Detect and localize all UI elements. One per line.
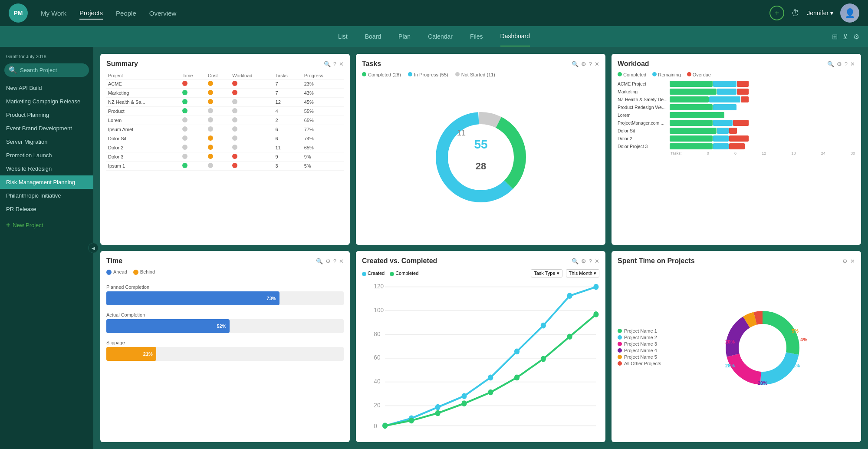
sidebar-item-pr-release[interactable]: PR Release <box>0 202 93 216</box>
close-icon[interactable]: ✕ <box>850 258 855 264</box>
workload-label: Dolor Sit <box>618 128 670 133</box>
collapse-sidebar-button[interactable]: ◀ <box>88 243 99 253</box>
search-icon[interactable]: 🔍 <box>827 61 834 67</box>
time-status <box>181 152 206 162</box>
nav-overview[interactable]: Overview <box>149 7 177 19</box>
task-type-filter[interactable]: Task Type ▾ <box>531 269 562 277</box>
main-layout: Gantt for July 2018 🔍 New API Build Mark… <box>0 47 868 449</box>
close-icon[interactable]: ✕ <box>595 61 599 67</box>
sidebar-item-event-brand[interactable]: Event Brand Development <box>0 122 93 135</box>
logo[interactable]: PM <box>9 3 28 23</box>
new-project-button[interactable]: + New Project <box>0 218 93 232</box>
search-icon[interactable]: 🔍 <box>324 61 331 67</box>
project-name: Dolor 2 <box>106 143 181 152</box>
search-input[interactable] <box>20 67 85 73</box>
summary-header: Summary 🔍 ? ✕ <box>106 60 344 68</box>
sidebar-item-marketing-campaign[interactable]: Marketing Campaign Release <box>0 95 93 108</box>
search-icon[interactable]: 🔍 <box>316 258 323 264</box>
planned-completion-track: 73% <box>106 291 344 305</box>
nav-people[interactable]: People <box>116 7 136 19</box>
time-status <box>181 125 206 134</box>
col-project: Project <box>106 72 181 79</box>
tab-board[interactable]: Board <box>365 27 381 46</box>
workload-status <box>230 89 273 98</box>
overdue-seg <box>741 96 749 102</box>
cost-status <box>206 107 230 116</box>
clock-icon[interactable]: ⏱ <box>791 8 800 18</box>
workload-bar <box>670 120 855 126</box>
sidebar-item-new-api-build[interactable]: New API Build <box>0 81 93 95</box>
tab-plan[interactable]: Plan <box>398 27 411 46</box>
avatar[interactable]: 👤 <box>840 3 859 23</box>
legend-completed: Completed <box>390 271 418 276</box>
help-icon[interactable]: ? <box>333 61 336 67</box>
nav-projects[interactable]: Projects <box>79 7 103 20</box>
tab-dashboard[interactable]: Dashboard <box>500 26 530 46</box>
this-month-filter[interactable]: This Month ▾ <box>566 269 599 277</box>
tab-calendar[interactable]: Calendar <box>428 27 453 46</box>
help-icon[interactable]: ? <box>333 258 336 264</box>
remaining-seg <box>709 96 740 102</box>
legend-project1: Project Name 1 <box>618 328 661 333</box>
overdue-seg <box>737 89 749 95</box>
close-icon[interactable]: ✕ <box>595 258 599 264</box>
settings-icon[interactable]: ⚙ <box>842 258 848 264</box>
workload-bar <box>670 89 855 95</box>
settings-icon[interactable]: ⚙ <box>326 258 331 264</box>
close-icon[interactable]: ✕ <box>339 258 344 264</box>
project-name: Ipsum 1 <box>106 162 181 171</box>
svg-point-29 <box>382 423 388 429</box>
remaining-seg <box>717 128 729 134</box>
new-project-label: New Project <box>13 222 43 228</box>
table-row: Marketing 7 43% <box>106 89 344 98</box>
svg-text:60: 60 <box>374 354 380 361</box>
content-area: Summary 🔍 ? ✕ Project Time Cost Workload <box>93 47 868 449</box>
completed-seg <box>670 143 713 149</box>
user-name[interactable]: Jennifer ▾ <box>807 10 833 17</box>
svg-text:20%: 20% <box>758 380 767 386</box>
filter-icon[interactable]: ⊻ <box>843 33 848 41</box>
sidebar-item-website-redesign[interactable]: Website Redesign <box>0 162 93 175</box>
settings-icon[interactable]: ⚙ <box>581 61 586 67</box>
help-icon[interactable]: ? <box>589 258 592 264</box>
grid-icon[interactable]: ⊞ <box>832 33 838 41</box>
close-icon[interactable]: ✕ <box>339 61 344 67</box>
settings-icon[interactable]: ⚙ <box>853 33 859 41</box>
nav-my-work[interactable]: My Work <box>41 7 66 19</box>
project-name: NZ Health & Sa... <box>106 98 181 107</box>
table-row: Ipsum 1 3 5% <box>106 162 344 171</box>
svg-text:20: 20 <box>374 401 380 409</box>
workload-row: Product Redesign We... <box>618 104 855 110</box>
close-icon[interactable]: ✕ <box>850 61 855 67</box>
project-name: Ipsum Amet <box>106 125 181 134</box>
sidebar-item-philanthropic[interactable]: Philanthropic Initiative <box>0 189 93 202</box>
sidebar-item-server-migration[interactable]: Server Migration <box>0 135 93 149</box>
time-status <box>181 107 206 116</box>
help-icon[interactable]: ? <box>589 61 592 67</box>
cost-status <box>206 134 230 143</box>
completed-seg <box>670 104 713 110</box>
search-box[interactable]: 🔍 <box>4 63 89 77</box>
svg-text:11: 11 <box>457 129 465 137</box>
tab-list[interactable]: List <box>338 27 348 46</box>
workload-label: ProjectManager.com ... <box>618 120 670 125</box>
spent-time-icons: ⚙ ✕ <box>842 258 855 264</box>
tab-files[interactable]: Files <box>470 27 483 46</box>
time-status <box>181 162 206 171</box>
settings-icon[interactable]: ⚙ <box>581 258 586 264</box>
svg-text:23%: 23% <box>790 363 800 368</box>
sidebar-item-promotion-launch[interactable]: Promotion Launch <box>0 149 93 162</box>
planned-completion-label: Planned Completion <box>106 284 344 290</box>
progress-pct: 5% <box>302 162 344 171</box>
sidebar-item-risk-management[interactable]: Risk Management Planning <box>0 175 93 189</box>
help-icon[interactable]: ? <box>845 61 848 67</box>
tasks-title: Tasks <box>362 60 572 68</box>
overdue-seg <box>737 81 749 87</box>
search-icon[interactable]: 🔍 <box>572 258 579 264</box>
search-icon[interactable]: 🔍 <box>572 61 579 67</box>
workload-label: Dolor 2 <box>618 136 670 141</box>
table-row: Product 4 55% <box>106 107 344 116</box>
sidebar-item-product-planning[interactable]: Product Planning <box>0 108 93 122</box>
add-button[interactable]: + <box>769 6 784 20</box>
settings-icon[interactable]: ⚙ <box>837 61 842 67</box>
